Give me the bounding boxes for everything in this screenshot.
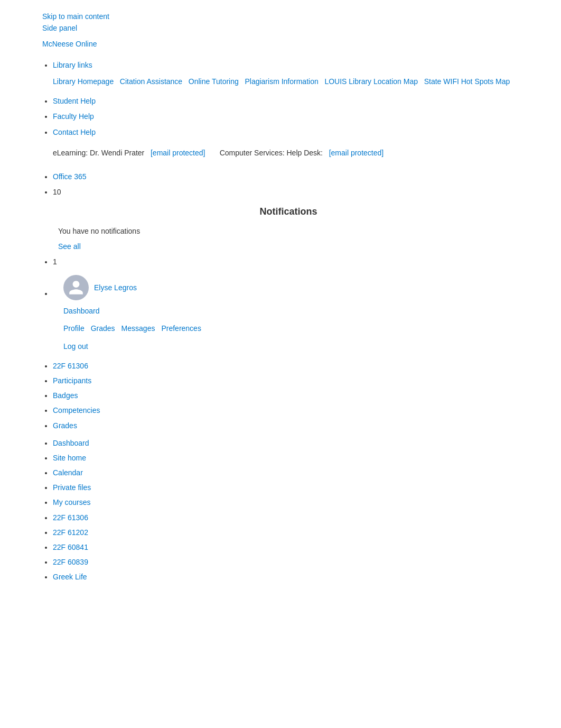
student-help-item: Student Help xyxy=(53,95,519,108)
notifications-empty: You have no notifications xyxy=(58,225,519,238)
course-id-item: 22F 61306 xyxy=(53,360,519,373)
office365-item: Office 365 xyxy=(53,170,519,183)
contact-help-item: Contact Help eLearning: Dr. Wendi Prater… xyxy=(53,126,519,164)
greek-life-link[interactable]: Greek Life xyxy=(53,573,87,581)
site-home-item: Site home xyxy=(53,451,519,465)
number-value: 10 xyxy=(53,188,61,196)
notifications-title: Notifications xyxy=(58,203,519,220)
my-courses-link[interactable]: My courses xyxy=(53,498,91,506)
number-item: 10 Notifications You have no notificatio… xyxy=(53,186,519,253)
participants-link[interactable]: Participants xyxy=(53,376,91,385)
student-help-link[interactable]: Student Help xyxy=(53,97,96,105)
empty-item: Elyse Legros Dashboard Profile Grades Me… xyxy=(53,275,519,353)
library-link-row1: Library Homepage Citation Assistance Onl… xyxy=(53,75,519,88)
skip-main-link[interactable]: Skip to main content xyxy=(42,11,519,22)
calendar-link[interactable]: Calendar xyxy=(53,468,83,477)
course-grades-item: Grades xyxy=(53,419,519,432)
library-links-section: Library links Library Homepage Citation … xyxy=(42,59,519,353)
wifi-hotspots-link[interactable]: State WIFI Hot Spots Map xyxy=(424,77,510,86)
faculty-help-item: Faculty Help xyxy=(53,110,519,123)
course-nav-list: 22F 61306 Participants Badges Competenci… xyxy=(42,360,519,432)
side-panel-link[interactable]: Side panel xyxy=(42,22,519,34)
private-files-item: Private files xyxy=(53,481,519,494)
course-22f60841-item: 22F 60841 xyxy=(53,541,519,554)
notifications-see-all-link[interactable]: See all xyxy=(58,242,81,251)
course-22f60841-link[interactable]: 22F 60841 xyxy=(53,543,88,551)
help-contact-block: eLearning: Dr. Wendi Prater [email prote… xyxy=(53,142,519,164)
user-dashboard-link[interactable]: Dashboard xyxy=(63,305,519,318)
course-22f61202-item: 22F 61202 xyxy=(53,526,519,539)
elearning-label: eLearning: Dr. Wendi Prater xyxy=(53,149,144,157)
main-nav-list: Dashboard Site home Calendar Private fil… xyxy=(42,437,519,584)
course-22f61306-item: 22F 61306 xyxy=(53,511,519,524)
user-avatar-icon xyxy=(68,279,85,296)
course-22f60839-item: 22F 60839 xyxy=(53,556,519,569)
course-22f61202-link[interactable]: 22F 61202 xyxy=(53,528,88,537)
greek-life-item: Greek Life xyxy=(53,570,519,584)
avatar xyxy=(63,275,89,300)
site-home-link[interactable]: Site home xyxy=(53,454,86,462)
participants-item: Participants xyxy=(53,374,519,388)
site-title-link[interactable]: McNeese Online xyxy=(42,40,519,48)
course-22f61306-link[interactable]: 22F 61306 xyxy=(53,513,88,522)
private-files-link[interactable]: Private files xyxy=(53,483,91,492)
badges-link[interactable]: Badges xyxy=(53,391,78,400)
calendar-item: Calendar xyxy=(53,466,519,480)
competencies-link[interactable]: Competencies xyxy=(53,406,100,414)
course-22f60839-link[interactable]: 22F 60839 xyxy=(53,558,88,566)
badge-item: 1 xyxy=(53,255,519,269)
user-avatar-row: Elyse Legros xyxy=(63,275,519,300)
course-grades-link[interactable]: Grades xyxy=(53,421,77,430)
office365-link[interactable]: Office 365 xyxy=(53,172,87,181)
user-nav-links: Profile Grades Messages Preferences xyxy=(63,322,519,335)
user-block: Elyse Legros Dashboard Profile Grades Me… xyxy=(53,275,519,353)
notifications-block: Notifications You have no notifications … xyxy=(53,203,519,253)
user-name-link[interactable]: Elyse Legros xyxy=(94,281,137,294)
computer-email-link[interactable]: [email protected] xyxy=(329,149,384,157)
logout-link[interactable]: Log out xyxy=(63,340,519,353)
citation-assistance-link[interactable]: Citation Assistance xyxy=(120,77,182,86)
plagiarism-info-link[interactable]: Plagiarism Information xyxy=(245,77,318,86)
elearning-email-link[interactable]: [email protected] xyxy=(151,149,205,157)
badge-value: 1 xyxy=(53,257,57,266)
my-courses-item: My courses xyxy=(53,496,519,509)
main-dashboard-item: Dashboard xyxy=(53,437,519,450)
louis-library-link[interactable]: LOUIS Library Location Map xyxy=(324,77,418,86)
grades-link[interactable]: Grades xyxy=(91,322,115,335)
contact-help-link[interactable]: Contact Help xyxy=(53,128,96,136)
library-links-block: Library Homepage Citation Assistance Onl… xyxy=(53,75,519,88)
faculty-help-link[interactable]: Faculty Help xyxy=(53,112,94,121)
messages-link[interactable]: Messages xyxy=(121,322,155,335)
profile-link[interactable]: Profile xyxy=(63,322,85,335)
library-links-toggle[interactable]: Library links xyxy=(53,61,92,69)
badges-item: Badges xyxy=(53,389,519,402)
course-id-link[interactable]: 22F 61306 xyxy=(53,362,88,370)
skip-links: Skip to main content Side panel xyxy=(42,11,519,34)
library-homepage-link[interactable]: Library Homepage xyxy=(53,77,114,86)
preferences-link[interactable]: Preferences xyxy=(161,322,201,335)
competencies-item: Competencies xyxy=(53,404,519,417)
online-tutoring-link[interactable]: Online Tutoring xyxy=(189,77,239,86)
computer-label: Computer Services: Help Desk: xyxy=(220,149,323,157)
library-links-item: Library links Library Homepage Citation … xyxy=(53,59,519,88)
main-dashboard-link[interactable]: Dashboard xyxy=(53,439,89,447)
